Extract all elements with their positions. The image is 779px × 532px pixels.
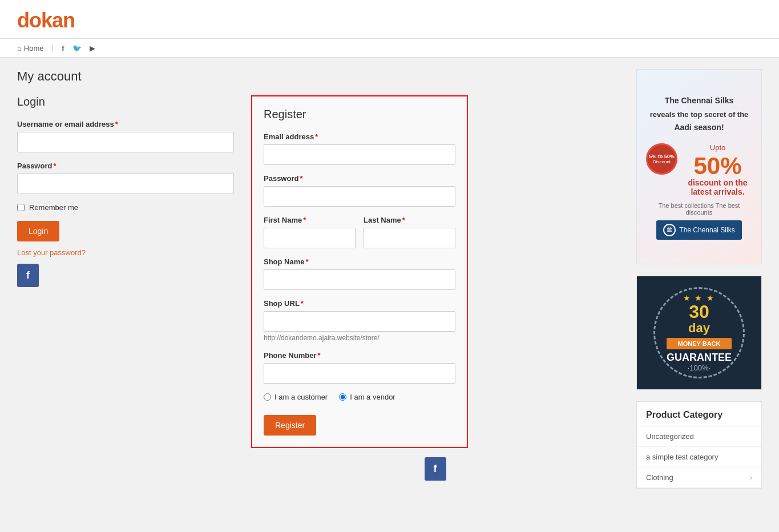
phone-label: Phone Number* [264,351,455,360]
lost-password-link[interactable]: Lost your password? [17,248,234,257]
phone-group: Phone Number* [264,351,455,384]
last-name-required: * [402,216,405,224]
login-facebook-button[interactable]: f [17,264,39,287]
shop-url-group: Shop URL* http://dokandemo.ajaira.websit… [264,299,455,342]
ad-title: The Chennai Silks reveals the top secret… [650,94,749,134]
username-group: Username or email address* [17,120,234,152]
logo[interactable]: dokan [17,9,762,33]
badge-100: ·100%· [688,364,711,372]
category-list: Uncategorized a simple test category Clo… [637,426,761,488]
shop-name-required: * [306,257,309,266]
shop-url-input[interactable] [264,311,455,332]
product-category-title: Product Category [637,402,761,426]
facebook-register-icon: f [434,463,437,474]
category-item-uncategorized[interactable]: Uncategorized [637,426,761,447]
password-login-group: Password* [17,162,234,194]
category-item-label: Uncategorized [646,432,694,441]
product-category-widget: Product Category Uncategorized a simple … [636,401,762,489]
category-item-clothing[interactable]: Clothing › [637,467,761,488]
first-name-group: First Name* [264,216,356,248]
login-section: Login Username or email address* Passwor… [17,95,234,448]
chevron-right-icon: › [750,474,752,482]
password-register-label: Password* [264,174,455,183]
ad-widget: The Chennai Silks reveals the top secret… [636,69,762,264]
facebook-icon: f [26,269,30,281]
ad-text: Upto 50% discount on the latest arrivals… [683,143,752,196]
guarantee-widget: ★ ★ ★ 30 day MONEY BACK GUARANTEE ·100%· [636,276,762,390]
nav-separator: | [52,43,54,53]
vendor-radio-option[interactable]: I am a vendor [339,393,395,401]
email-label: Email address* [264,132,455,141]
last-name-label: Last Name* [364,216,455,224]
phone-input[interactable] [264,363,455,384]
ad-brand-badge: 🏛 The Chennai Silks [656,220,741,240]
page-content: My account Login Username or email addre… [0,58,779,500]
facebook-nav-icon: f [62,44,64,53]
username-input[interactable] [17,132,234,152]
guarantee-badge: ★ ★ ★ 30 day MONEY BACK GUARANTEE ·100%· [653,287,745,378]
register-heading: Register [264,108,455,121]
last-name-group: Last Name* [364,216,455,248]
nav-twitter[interactable]: 🐦 [72,44,82,53]
logo-highlight: d [17,9,29,32]
register-button[interactable]: Register [264,415,316,436]
name-row: First Name* Last Name* [264,216,455,257]
password-register-required: * [300,174,302,183]
nav-youtube[interactable]: ▶ [90,44,95,53]
nav-bar: ⌂ Home | f 🐦 ▶ [0,39,779,58]
category-item-label: Clothing [646,473,673,482]
login-heading: Login [17,95,234,108]
shop-url-required: * [301,299,304,308]
register-facebook-button[interactable]: f [425,457,446,481]
ad-tagline: The best collections The best discounts [646,202,752,216]
page-title: My account [17,69,625,84]
logo-text: okan [29,9,75,32]
first-name-label: First Name* [264,216,356,224]
sidebar: The Chennai Silks reveals the top secret… [636,69,762,489]
badge-money-back: MONEY BACK [667,338,732,349]
shop-name-input[interactable] [264,269,455,290]
home-icon: ⌂ [17,44,22,53]
password-register-group: Password* [264,174,455,207]
nav-facebook[interactable]: f [62,44,64,53]
nav-home-label: Home [24,44,44,53]
discount-circle: 5% to 50% Discount [646,143,677,175]
vendor-radio[interactable] [339,393,346,401]
shop-url-hint: http://dokandemo.ajaira.website/store/ [264,334,455,342]
main-area: My account Login Username or email addre… [17,69,625,489]
customer-radio-option[interactable]: I am a customer [264,393,328,401]
remember-me-label[interactable]: Remember me [29,203,78,212]
badge-day-word: day [688,321,710,336]
email-required: * [315,132,318,141]
password-register-input[interactable] [264,186,455,207]
register-section: Register Email address* Password* [251,95,468,448]
first-name-required: * [303,216,306,224]
role-radio-group: I am a customer I am a vendor [264,393,455,401]
shop-url-label: Shop URL* [264,299,455,308]
login-button[interactable]: Login [17,221,59,241]
youtube-nav-icon: ▶ [90,44,95,53]
badge-days: 30 [689,303,709,321]
phone-required: * [317,351,320,360]
email-input[interactable] [264,144,455,165]
first-name-input[interactable] [264,228,356,248]
header: dokan [0,0,779,39]
email-group: Email address* [264,132,455,165]
username-label: Username or email address* [17,120,234,128]
shop-name-group: Shop Name* [264,257,455,290]
form-columns: Login Username or email address* Passwor… [17,95,625,448]
remember-me-checkbox[interactable] [17,204,25,211]
register-facebook-area: f [245,457,625,481]
shop-name-label: Shop Name* [264,257,455,266]
password-login-required: * [53,162,56,170]
category-item-test[interactable]: a simple test category [637,447,761,467]
customer-radio-label: I am a customer [275,393,328,401]
remember-me-group: Remember me [17,203,234,212]
password-login-input[interactable] [17,174,234,194]
username-required: * [115,120,118,128]
nav-home[interactable]: ⌂ Home [17,44,44,53]
vendor-radio-label: I am a vendor [350,393,395,401]
customer-radio[interactable] [264,393,271,401]
last-name-input[interactable] [364,228,455,248]
badge-guarantee-text: GUARANTEE [667,352,732,364]
